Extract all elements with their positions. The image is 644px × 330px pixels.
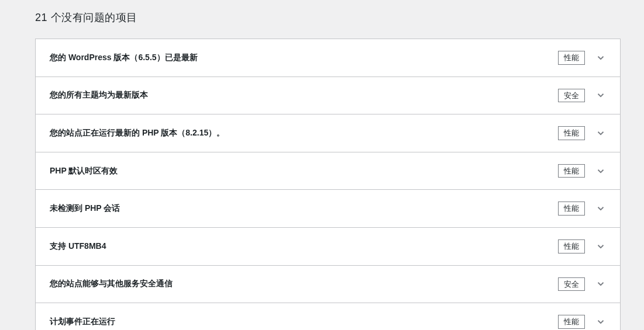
chevron-down-icon — [595, 279, 606, 289]
badge-performance: 性能 — [558, 239, 585, 253]
badge-security: 安全 — [558, 277, 585, 291]
check-item-utf8mb4[interactable]: 支持 UTF8MB4 性能 — [36, 228, 620, 266]
check-item-right: 性能 — [558, 239, 606, 253]
chevron-down-icon — [595, 166, 606, 176]
check-item-label: 支持 UTF8MB4 — [50, 241, 558, 252]
check-item-right: 性能 — [558, 164, 606, 178]
chevron-down-icon — [595, 317, 606, 327]
check-item-wordpress-version[interactable]: 您的 WordPress 版本（6.5.5）已是最新 性能 — [36, 39, 620, 77]
check-item-php-version[interactable]: 您的站点正在运行最新的 PHP 版本（8.2.15）。 性能 — [36, 114, 620, 152]
check-item-right: 性能 — [558, 202, 606, 216]
badge-security: 安全 — [558, 89, 585, 103]
badge-performance: 性能 — [558, 126, 585, 140]
check-item-label: 计划事件正在运行 — [50, 317, 558, 327]
page-title: 21 个没有问题的项目 — [35, 11, 621, 25]
chevron-down-icon — [595, 53, 606, 63]
badge-performance: 性能 — [558, 164, 585, 178]
chevron-down-icon — [595, 90, 606, 100]
chevron-down-icon — [595, 128, 606, 138]
check-item-right: 安全 — [558, 89, 606, 103]
check-item-themes-updated[interactable]: 您的所有主题均为最新版本 安全 — [36, 77, 620, 115]
check-item-label: 未检测到 PHP 会话 — [50, 203, 558, 214]
check-item-php-session[interactable]: 未检测到 PHP 会话 性能 — [36, 190, 620, 228]
check-item-php-timezone[interactable]: PHP 默认时区有效 性能 — [36, 152, 620, 190]
chevron-down-icon — [595, 203, 606, 214]
badge-performance: 性能 — [558, 315, 585, 329]
chevron-down-icon — [595, 241, 606, 252]
check-list: 您的 WordPress 版本（6.5.5）已是最新 性能 您的所有主题均为最新… — [35, 39, 621, 330]
check-item-label: 您的站点能够与其他服务安全通信 — [50, 279, 558, 289]
check-item-label: 您的 WordPress 版本（6.5.5）已是最新 — [50, 53, 558, 63]
badge-performance: 性能 — [558, 51, 585, 65]
check-item-right: 性能 — [558, 126, 606, 140]
check-item-right: 性能 — [558, 315, 606, 329]
check-item-right: 性能 — [558, 51, 606, 65]
check-item-scheduled-events[interactable]: 计划事件正在运行 性能 — [36, 303, 620, 330]
check-item-label: 您的所有主题均为最新版本 — [50, 90, 558, 100]
check-item-secure-communication[interactable]: 您的站点能够与其他服务安全通信 安全 — [36, 266, 620, 304]
badge-performance: 性能 — [558, 202, 585, 216]
check-item-label: PHP 默认时区有效 — [50, 166, 558, 176]
check-item-right: 安全 — [558, 277, 606, 291]
check-item-label: 您的站点正在运行最新的 PHP 版本（8.2.15）。 — [50, 128, 558, 138]
